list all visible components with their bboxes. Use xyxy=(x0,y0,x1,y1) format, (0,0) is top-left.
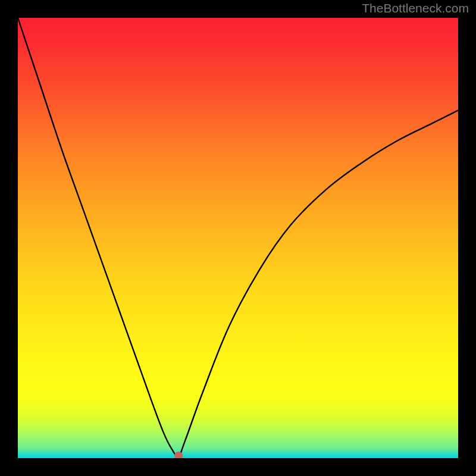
plot-area xyxy=(18,18,458,458)
bottleneck-curve xyxy=(18,18,458,456)
optimal-point-marker xyxy=(174,452,183,458)
attribution-label: TheBottleneck.com xyxy=(362,1,469,15)
curve-svg xyxy=(18,18,458,458)
